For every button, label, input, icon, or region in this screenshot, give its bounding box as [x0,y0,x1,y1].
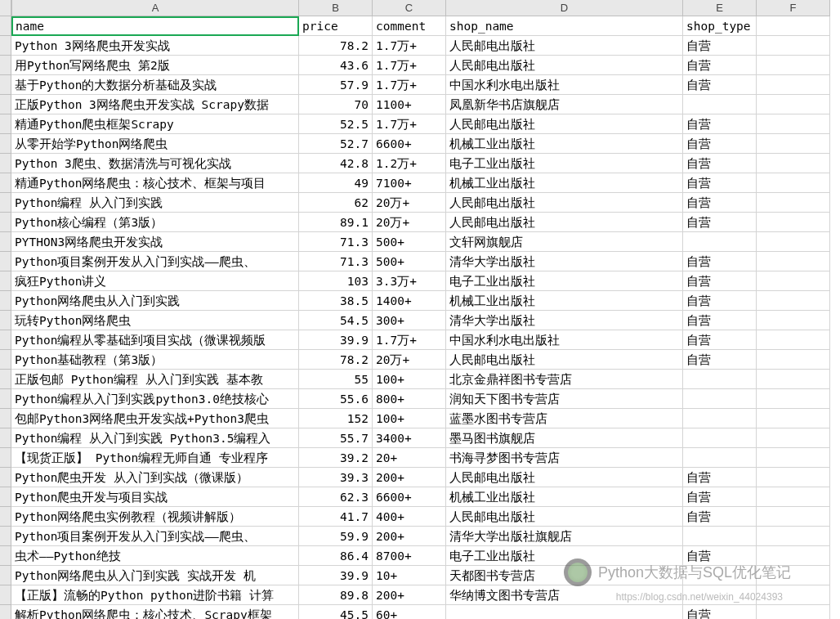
row-header-3[interactable] [0,56,11,75]
cell-name-22[interactable]: Python爬虫开发 从入门到实战（微课版） [11,468,299,487]
row-header-9[interactable] [0,173,11,193]
cell-price-7[interactable]: 49 [299,173,373,193]
cell-name-28[interactable]: 【正版】流畅的Python python进阶书籍 计算 [11,585,299,605]
cell-comment-17[interactable]: 100+ [373,370,446,389]
cell-f-17[interactable] [757,370,830,389]
cell-type-15[interactable]: 自营 [683,330,757,350]
cell-type-26[interactable]: 自营 [683,546,757,566]
cell-name-8[interactable]: Python编程 从入门到实践 [11,193,299,213]
cell-price-8[interactable]: 62 [299,193,373,213]
row-header-23[interactable] [0,448,11,468]
cell-type-20[interactable] [683,428,757,448]
cell-shop-25[interactable]: 清华大学出版社旗舰店 [446,527,683,546]
cell-comment-21[interactable]: 20+ [373,448,446,468]
cell-type-12[interactable]: 自营 [683,271,757,291]
cell-type-10[interactable] [683,232,757,252]
cell-comment-27[interactable]: 10+ [373,566,446,585]
row-header-10[interactable] [0,193,11,213]
cell-comment-23[interactable]: 6600+ [373,487,446,507]
cell-f-5[interactable] [757,134,830,154]
cell-name-0[interactable]: Python 3网络爬虫开发实战 [11,36,299,56]
cell-type-21[interactable] [683,448,757,468]
cell-type-17[interactable] [683,370,757,389]
cell-shop-18[interactable]: 润知天下图书专营店 [446,389,683,409]
cell-B1[interactable]: price [299,16,373,36]
cell-D1[interactable]: shop_name [446,16,683,36]
cell-price-4[interactable]: 52.5 [299,114,373,134]
cell-shop-27[interactable]: 天都图书专营店 [446,566,683,585]
cell-shop-9[interactable]: 人民邮电出版社 [446,213,683,232]
cell-shop-1[interactable]: 人民邮电出版社 [446,56,683,75]
cell-f-16[interactable] [757,350,830,370]
row-header-1[interactable] [0,16,11,36]
cell-price-27[interactable]: 39.9 [299,566,373,585]
cell-price-3[interactable]: 70 [299,95,373,114]
column-header-F[interactable]: F [757,0,830,16]
cell-f-20[interactable] [757,428,830,448]
cell-name-6[interactable]: Python 3爬虫、数据清洗与可视化实战 [11,154,299,173]
cell-price-17[interactable]: 55 [299,370,373,389]
cell-f-28[interactable] [757,585,830,605]
cell-f-3[interactable] [757,95,830,114]
cell-price-2[interactable]: 57.9 [299,75,373,95]
cell-f-8[interactable] [757,193,830,213]
cell-f-4[interactable] [757,114,830,134]
cell-shop-22[interactable]: 人民邮电出版社 [446,468,683,487]
cell-shop-23[interactable]: 机械工业出版社 [446,487,683,507]
cell-f-10[interactable] [757,232,830,252]
row-header-7[interactable] [0,134,11,154]
cell-shop-14[interactable]: 清华大学出版社 [446,311,683,330]
cell-f-29[interactable] [757,605,830,619]
row-header-4[interactable] [0,75,11,95]
cell-name-14[interactable]: 玩转Python网络爬虫 [11,311,299,330]
cell-comment-1[interactable]: 1.7万+ [373,56,446,75]
cell-price-24[interactable]: 41.7 [299,507,373,527]
cell-shop-10[interactable]: 文轩网旗舰店 [446,232,683,252]
cell-name-21[interactable]: 【现货正版】 Python编程无师自通 专业程序 [11,448,299,468]
cell-price-28[interactable]: 89.8 [299,585,373,605]
cell-name-27[interactable]: Python网络爬虫从入门到实践 实战开发 机 [11,566,299,585]
cell-A1[interactable]: name [11,16,299,36]
row-header-15[interactable] [0,291,11,311]
row-header-18[interactable] [0,350,11,370]
cell-comment-0[interactable]: 1.7万+ [373,36,446,56]
cell-price-13[interactable]: 38.5 [299,291,373,311]
cell-shop-6[interactable]: 电子工业出版社 [446,154,683,173]
cell-shop-11[interactable]: 清华大学出版社 [446,252,683,271]
cell-name-4[interactable]: 精通Python爬虫框架Scrapy [11,114,299,134]
cell-comment-5[interactable]: 6600+ [373,134,446,154]
column-header-A[interactable]: A [11,0,299,16]
cell-comment-29[interactable]: 60+ [373,605,446,619]
cell-name-5[interactable]: 从零开始学Python网络爬虫 [11,134,299,154]
cell-shop-17[interactable]: 北京金鼎祥图书专营店 [446,370,683,389]
cell-shop-7[interactable]: 机械工业出版社 [446,173,683,193]
row-header-29[interactable] [0,566,11,585]
cell-f-25[interactable] [757,527,830,546]
cell-type-3[interactable] [683,95,757,114]
cell-comment-14[interactable]: 300+ [373,311,446,330]
row-header-13[interactable] [0,252,11,271]
row-header-26[interactable] [0,507,11,527]
cell-name-1[interactable]: 用Python写网络爬虫 第2版 [11,56,299,75]
cell-price-5[interactable]: 52.7 [299,134,373,154]
cell-comment-6[interactable]: 1.2万+ [373,154,446,173]
cell-name-18[interactable]: Python编程从入门到实践python3.0绝技核心 [11,389,299,409]
cell-name-3[interactable]: 正版Python 3网络爬虫开发实战 Scrapy数据 [11,95,299,114]
cell-name-15[interactable]: Python编程从零基础到项目实战（微课视频版 [11,330,299,350]
cell-price-10[interactable]: 71.3 [299,232,373,252]
cell-f-19[interactable] [757,409,830,428]
row-header-30[interactable] [0,585,11,605]
cell-name-12[interactable]: 疯狂Python讲义 [11,271,299,291]
cell-name-2[interactable]: 基于Python的大数据分析基础及实战 [11,75,299,95]
cell-type-28[interactable] [683,585,757,605]
cell-type-23[interactable]: 自营 [683,487,757,507]
cell-shop-29[interactable] [446,605,683,619]
row-header-20[interactable] [0,389,11,409]
cell-price-20[interactable]: 55.7 [299,428,373,448]
row-header-14[interactable] [0,271,11,291]
cell-comment-4[interactable]: 1.7万+ [373,114,446,134]
row-header-11[interactable] [0,213,11,232]
cell-name-24[interactable]: Python网络爬虫实例教程（视频讲解版） [11,507,299,527]
row-header-31[interactable] [0,605,11,619]
cell-shop-12[interactable]: 电子工业出版社 [446,271,683,291]
